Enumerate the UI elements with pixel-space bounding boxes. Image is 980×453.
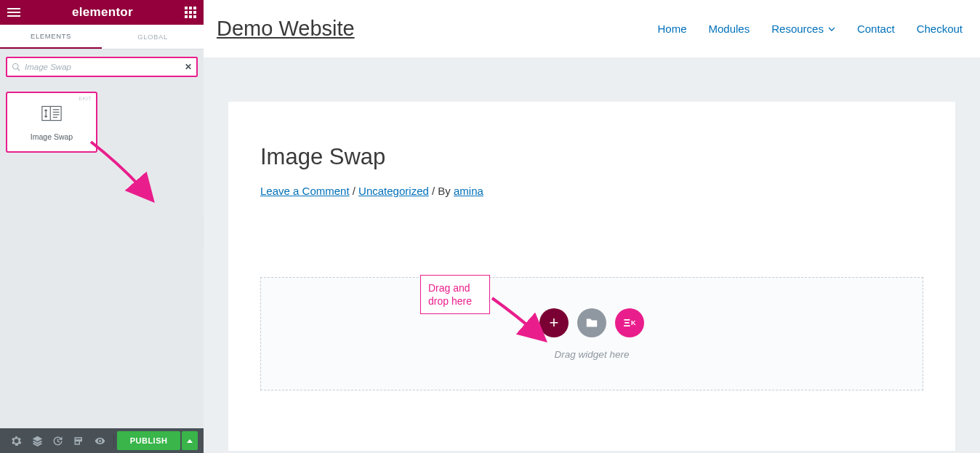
clear-search-icon[interactable]: ✕ <box>185 62 192 72</box>
dropzone-text: Drag widget here <box>555 349 630 360</box>
settings-icon[interactable] <box>6 428 27 453</box>
sidebar-tabs: ELEMENTS GLOBAL <box>0 25 204 49</box>
sidebar-footer: PUBLISH <box>0 428 204 453</box>
page-title: Image Swap <box>260 144 923 170</box>
primary-nav: Home Modules Resources Contact Checkout <box>658 23 963 35</box>
meta-sep2: / By <box>429 185 454 197</box>
ekit-button[interactable]: ΞK <box>615 308 644 337</box>
history-icon[interactable] <box>48 428 69 453</box>
tab-global[interactable]: GLOBAL <box>102 25 204 49</box>
navigator-icon[interactable] <box>27 428 48 453</box>
sidebar-header: elementor <box>0 0 204 25</box>
nav-home[interactable]: Home <box>658 23 687 35</box>
responsive-icon[interactable] <box>68 428 89 453</box>
preview-icon[interactable] <box>89 428 111 453</box>
preview-area: Demo Website Home Modules Resources Cont… <box>204 0 980 453</box>
category-link[interactable]: Uncategorized <box>358 185 429 197</box>
apps-icon[interactable] <box>185 7 196 18</box>
annotation-drag-drop: Drag and drop here <box>420 275 490 314</box>
nav-resources[interactable]: Resources <box>771 23 835 35</box>
publish-options-button[interactable] <box>182 431 198 450</box>
elementor-sidebar: elementor ELEMENTS GLOBAL ✕ EKIT Image S… <box>0 0 204 453</box>
nav-contact[interactable]: Contact <box>857 23 895 35</box>
search-input[interactable] <box>25 63 180 71</box>
site-header: Demo Website Home Modules Resources Cont… <box>204 0 980 58</box>
elementor-logo: elementor <box>72 5 133 20</box>
canvas: Image Swap Leave a Comment / Uncategoriz… <box>228 102 955 451</box>
chevron-down-icon <box>828 27 835 31</box>
nav-resources-label: Resources <box>771 23 824 35</box>
annotation-arrow-2 <box>489 294 554 345</box>
search-icon <box>12 63 20 71</box>
svg-point-0 <box>13 64 19 70</box>
nav-modules[interactable]: Modules <box>709 23 750 35</box>
widget-tag: EKIT <box>79 95 92 102</box>
site-title[interactable]: Demo Website <box>217 17 355 41</box>
search-box: ✕ <box>6 57 198 77</box>
svg-rect-2 <box>42 106 61 120</box>
nav-checkout[interactable]: Checkout <box>917 23 963 35</box>
publish-button[interactable]: PUBLISH <box>117 431 181 450</box>
annotation-arrow-1 <box>87 138 167 211</box>
widget-image-swap[interactable]: EKIT Image Swap <box>6 92 97 153</box>
tab-elements[interactable]: ELEMENTS <box>0 25 102 49</box>
menu-icon[interactable] <box>7 8 20 17</box>
footer-divider <box>113 434 114 447</box>
template-library-button[interactable] <box>577 308 606 337</box>
image-swap-icon <box>41 103 62 124</box>
author-link[interactable]: amina <box>454 185 483 197</box>
dropzone-buttons: + ΞK <box>539 308 644 337</box>
meta-sep1: / <box>350 185 359 197</box>
post-meta: Leave a Comment / Uncategorized / By ami… <box>260 185 923 197</box>
leave-comment-link[interactable]: Leave a Comment <box>260 185 350 197</box>
drop-zone[interactable]: + ΞK Drag widget here <box>260 277 923 390</box>
widget-label: Image Swap <box>31 132 73 141</box>
search-wrap: ✕ <box>0 49 204 84</box>
svg-line-1 <box>17 68 20 71</box>
canvas-outer: Image Swap Leave a Comment / Uncategoriz… <box>204 58 980 453</box>
